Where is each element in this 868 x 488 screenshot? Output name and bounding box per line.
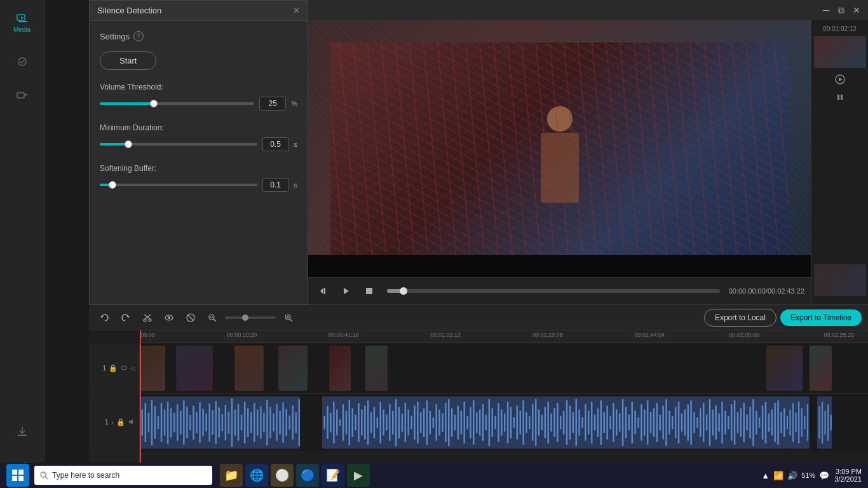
disable-clip-btn[interactable]	[182, 309, 200, 327]
video-lock-icon[interactable]: 🔒	[109, 364, 118, 372]
video-clip-7[interactable]	[766, 346, 803, 391]
svg-rect-206	[712, 410, 713, 436]
svg-rect-107	[404, 403, 405, 442]
notification-icon[interactable]: 💬	[819, 471, 829, 480]
svg-rect-193	[672, 416, 673, 430]
eye-btn[interactable]	[160, 309, 178, 327]
svg-rect-195	[677, 402, 679, 444]
redo-btn[interactable]	[117, 309, 135, 327]
prev-frame-btn[interactable]	[315, 282, 332, 300]
zoom-in-btn[interactable]	[280, 309, 297, 327]
sidebar-item-effects[interactable]	[6, 46, 38, 78]
title-bar-controls: ─ ⧉ ✕	[821, 5, 862, 15]
video-clip-4[interactable]	[278, 346, 308, 391]
taskbar-app-word[interactable]: 📝	[322, 464, 344, 487]
svg-rect-66	[254, 403, 255, 442]
svg-rect-189	[659, 415, 660, 431]
video-clip-2[interactable]	[176, 346, 212, 391]
export-timeline-btn[interactable]: Export to Timeline	[780, 309, 862, 326]
ruler-7: 00:02:25:20	[824, 332, 854, 338]
volume-threshold-track[interactable]	[100, 102, 254, 105]
svg-rect-137	[498, 403, 499, 442]
audio-volume-icon[interactable]	[128, 418, 135, 427]
svg-rect-127	[466, 416, 468, 430]
undo-btn[interactable]	[95, 309, 113, 327]
sidebar-item-media[interactable]: Media	[6, 6, 38, 38]
audio-clip-1[interactable]	[140, 396, 300, 449]
svg-rect-71	[269, 407, 271, 438]
min-duration-thumb[interactable]	[125, 140, 132, 148]
volume-threshold-thumb[interactable]	[150, 100, 158, 107]
svg-point-14	[144, 319, 146, 322]
svg-rect-232	[792, 403, 794, 442]
volume-threshold-fill	[100, 102, 154, 105]
zoom-slider[interactable]	[225, 316, 276, 319]
svg-rect-118	[438, 410, 440, 436]
zoom-out-btn[interactable]	[203, 309, 221, 327]
audio-clip-4[interactable]	[817, 396, 832, 449]
svg-rect-188	[656, 403, 657, 442]
video-clip-8[interactable]	[810, 346, 831, 391]
svg-rect-63	[244, 402, 246, 444]
svg-rect-64	[247, 408, 249, 437]
svg-rect-54	[215, 401, 217, 444]
start-button[interactable]	[6, 464, 29, 487]
video-clip-3[interactable]	[234, 346, 264, 391]
video-eye-icon[interactable]	[120, 364, 128, 373]
svg-rect-43	[180, 411, 182, 435]
silence-panel-close[interactable]: ✕	[293, 6, 300, 15]
audio-lock-icon[interactable]: 🔒	[116, 418, 125, 426]
taskbar-app-edge[interactable]: 🌐	[245, 464, 268, 487]
svg-rect-126	[463, 402, 465, 444]
taskbar-search[interactable]: Type here to search	[34, 466, 212, 485]
svg-rect-97	[373, 407, 374, 438]
title-restore-btn[interactable]: ⧉	[836, 5, 846, 15]
svg-rect-219	[752, 399, 754, 446]
volume-threshold-value: 25	[259, 97, 286, 111]
volume-threshold-unit: %	[291, 100, 297, 107]
audio-clip-3[interactable]	[788, 396, 810, 449]
taskbar-app-chrome[interactable]: ⚪	[271, 464, 294, 487]
svg-rect-239	[822, 402, 823, 444]
right-pause-btn[interactable]	[832, 90, 848, 105]
add-icon	[16, 90, 29, 102]
svg-rect-214	[736, 412, 738, 433]
svg-rect-220	[756, 411, 757, 435]
svg-rect-77	[288, 416, 290, 430]
title-minimize-btn[interactable]: ─	[821, 5, 831, 15]
min-duration-track[interactable]	[100, 143, 257, 146]
clock-date: 3/2/2021	[834, 475, 862, 483]
svg-rect-169	[597, 408, 598, 437]
title-close-btn[interactable]: ✕	[851, 5, 862, 15]
taskbar-right: ▲ 📶 🔊 51% 💬 3:09 PM 3/2/2021	[761, 468, 862, 483]
cut-btn[interactable]	[139, 309, 156, 327]
timeline-area: Export to Local Export to Timeline 00:00…	[89, 304, 868, 488]
video-clip-1[interactable]	[140, 346, 165, 391]
start-button[interactable]: Start	[100, 51, 156, 70]
export-local-btn[interactable]: Export to Local	[704, 309, 776, 327]
waveform-3	[788, 396, 810, 449]
sidebar-item-import[interactable]	[6, 416, 38, 447]
video-clip-6[interactable]	[365, 346, 387, 391]
taskbar-app-wondershare[interactable]: ▶	[347, 464, 370, 487]
video-clip-5[interactable]	[329, 346, 351, 391]
softening-buffer-track[interactable]	[100, 184, 257, 186]
audio-clip-2[interactable]	[322, 396, 788, 449]
svg-rect-85	[336, 410, 337, 436]
svg-rect-125	[460, 411, 461, 435]
softening-buffer-thumb[interactable]	[109, 181, 116, 189]
svg-rect-95	[367, 400, 368, 445]
taskbar-app-chrome2[interactable]: 🔵	[296, 464, 319, 487]
play-btn[interactable]	[337, 282, 355, 300]
sidebar-item-add[interactable]	[6, 80, 38, 112]
right-play-btn[interactable]	[832, 72, 848, 87]
svg-rect-156	[557, 403, 558, 442]
stop-btn[interactable]	[360, 282, 378, 300]
progress-bar[interactable]	[387, 289, 720, 293]
help-icon[interactable]: ?	[133, 31, 144, 41]
svg-point-247	[41, 472, 46, 477]
taskbar-app-explorer[interactable]: 📁	[220, 464, 243, 487]
svg-rect-42	[177, 404, 179, 440]
svg-rect-244	[18, 470, 24, 475]
svg-rect-162	[575, 399, 576, 446]
